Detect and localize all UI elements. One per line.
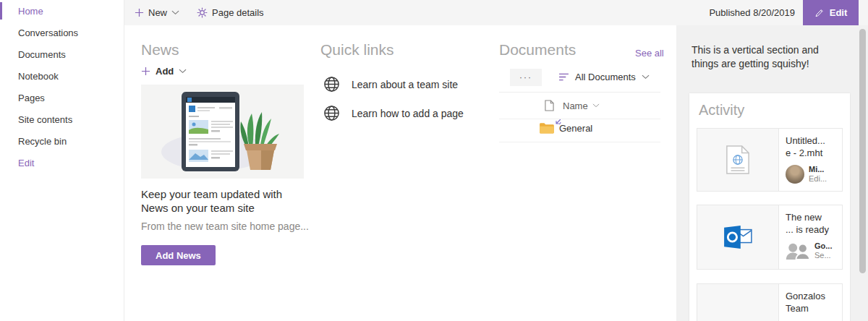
plus-icon bbox=[141, 67, 150, 76]
chevron-down-icon bbox=[171, 10, 179, 15]
activity-item-title: Team bbox=[786, 302, 839, 314]
chevron-down-icon bbox=[592, 103, 600, 108]
activity-item-body: The new ... is ready Go... bbox=[778, 205, 842, 269]
globe-icon bbox=[323, 105, 340, 121]
activity-item-title: e - 2.mht bbox=[786, 147, 839, 159]
news-section-title: News bbox=[141, 41, 179, 59]
edit-page-label: Edit bbox=[830, 7, 848, 18]
avatar bbox=[786, 165, 804, 184]
activity-person-name: Go... bbox=[814, 241, 832, 251]
vertical-section: This is a vertical section and things ar… bbox=[676, 25, 858, 321]
gear-icon bbox=[197, 7, 208, 18]
new-item-badge-icon bbox=[554, 119, 561, 126]
documents-see-all-link[interactable]: See all bbox=[635, 48, 660, 59]
activity-person-action: Edi... bbox=[809, 174, 827, 184]
quick-link-team-site[interactable]: Learn about a team site bbox=[323, 76, 458, 93]
sidebar-item-label: Site contents bbox=[18, 114, 72, 125]
activity-thumbnail bbox=[697, 129, 778, 191]
activity-person-name: Mi... bbox=[809, 165, 827, 174]
activity-section-title: Activity bbox=[699, 102, 850, 119]
activity-thumbnail bbox=[697, 205, 778, 269]
document-row-name: General bbox=[559, 123, 592, 134]
activity-item-outlook[interactable]: The new ... is ready Go... bbox=[697, 205, 843, 270]
plus-icon bbox=[135, 8, 144, 17]
sidebar-item-site-contents[interactable]: Site contents bbox=[0, 108, 124, 130]
quick-links-section-title: Quick links bbox=[320, 41, 394, 59]
chevron-down-icon bbox=[642, 74, 650, 80]
news-headline: Keep your team updated with News on your… bbox=[141, 187, 289, 215]
people-icon bbox=[786, 242, 810, 260]
page-details-button[interactable]: Page details bbox=[197, 0, 264, 25]
globe-icon bbox=[323, 76, 340, 93]
site-navigation: Home Conversations Documents Notebook Pa… bbox=[0, 0, 124, 321]
web-file-icon bbox=[726, 145, 750, 175]
documents-section-title: Documents bbox=[499, 41, 576, 59]
activity-item-body: Gonzalos Team bbox=[778, 284, 842, 321]
scrollbar-thumb[interactable] bbox=[859, 29, 866, 273]
quick-link-add-page[interactable]: Learn how to add a page bbox=[323, 105, 464, 121]
outlook-icon bbox=[723, 225, 753, 249]
activity-item-body: Untitled... e - 2.mht Mi... Edi... bbox=[778, 129, 842, 191]
new-button-label: New bbox=[148, 7, 167, 18]
new-button[interactable]: New bbox=[135, 0, 179, 25]
sidebar-item-edit[interactable]: Edit bbox=[0, 152, 124, 174]
news-add-label: Add bbox=[156, 66, 174, 77]
add-news-button[interactable]: Add News bbox=[141, 245, 216, 265]
activity-person-action: Se... bbox=[814, 251, 832, 260]
pencil-icon bbox=[814, 8, 825, 18]
activity-person-row: Go... Se... bbox=[786, 241, 839, 260]
command-bar: New Page details Published 8/20/2019 Edi… bbox=[124, 0, 868, 25]
quick-link-label: Learn how to add a page bbox=[352, 108, 464, 119]
documents-name-column-label: Name bbox=[563, 100, 588, 111]
documents-view-label: All Documents bbox=[575, 72, 636, 82]
active-indicator bbox=[0, 2, 2, 20]
document-icon bbox=[545, 100, 554, 111]
vertical-section-text: This is a vertical section and things ar… bbox=[692, 43, 833, 71]
divider bbox=[499, 119, 660, 119]
quick-link-label: Learn about a team site bbox=[352, 79, 458, 90]
activity-person-row: Mi... Edi... bbox=[786, 165, 839, 184]
folder-icon bbox=[539, 122, 554, 134]
activity-item-title: Gonzalos bbox=[786, 290, 839, 302]
news-add-button[interactable]: Add bbox=[141, 66, 187, 77]
activity-webpart: Activity Untitled... e - 2.mht bbox=[689, 93, 850, 321]
documents-more-button[interactable]: ··· bbox=[510, 69, 542, 86]
page-scrollbar[interactable] bbox=[858, 25, 868, 321]
view-list-icon bbox=[558, 73, 569, 81]
document-row-general[interactable]: General bbox=[539, 122, 592, 134]
sidebar-item-label: Documents bbox=[18, 49, 66, 60]
sidebar-item-label: Conversations bbox=[18, 27, 78, 38]
divider bbox=[499, 142, 660, 142]
sidebar-item-notebook[interactable]: Notebook bbox=[0, 65, 124, 87]
news-illustration bbox=[141, 85, 304, 179]
news-placeholder-image bbox=[141, 85, 304, 179]
activity-thumbnail bbox=[697, 284, 778, 321]
sidebar-item-label: Pages bbox=[18, 93, 45, 103]
sidebar-item-pages[interactable]: Pages bbox=[0, 87, 124, 108]
sidebar-item-label: Recycle bin bbox=[18, 136, 67, 147]
news-subtext: From the new team site home page... bbox=[141, 221, 309, 232]
divider bbox=[499, 92, 660, 93]
sidebar-item-label: Notebook bbox=[18, 71, 59, 82]
documents-name-column-header[interactable]: Name bbox=[545, 100, 600, 111]
sidebar-item-home[interactable]: Home bbox=[0, 0, 124, 22]
chevron-down-icon bbox=[179, 69, 187, 74]
activity-item-gonzalos-team[interactable]: Gonzalos Team bbox=[697, 283, 843, 321]
page-details-label: Page details bbox=[212, 7, 264, 18]
sidebar-item-documents[interactable]: Documents bbox=[0, 43, 124, 65]
edit-page-button[interactable]: Edit bbox=[803, 0, 859, 25]
sidebar-item-label: Edit bbox=[18, 158, 34, 168]
documents-view-selector[interactable]: All Documents bbox=[558, 72, 650, 82]
activity-item-title: The new bbox=[786, 211, 839, 223]
sidebar-item-label: Home bbox=[18, 6, 43, 17]
sidebar-item-recycle-bin[interactable]: Recycle bin bbox=[0, 130, 124, 152]
published-status: Published 8/20/2019 bbox=[709, 7, 795, 18]
sidebar-item-conversations[interactable]: Conversations bbox=[0, 22, 124, 43]
activity-item-title: ... is ready bbox=[786, 223, 839, 236]
activity-item-title: Untitled... bbox=[786, 134, 839, 147]
activity-item-mht-file[interactable]: Untitled... e - 2.mht Mi... Edi... bbox=[697, 128, 843, 192]
